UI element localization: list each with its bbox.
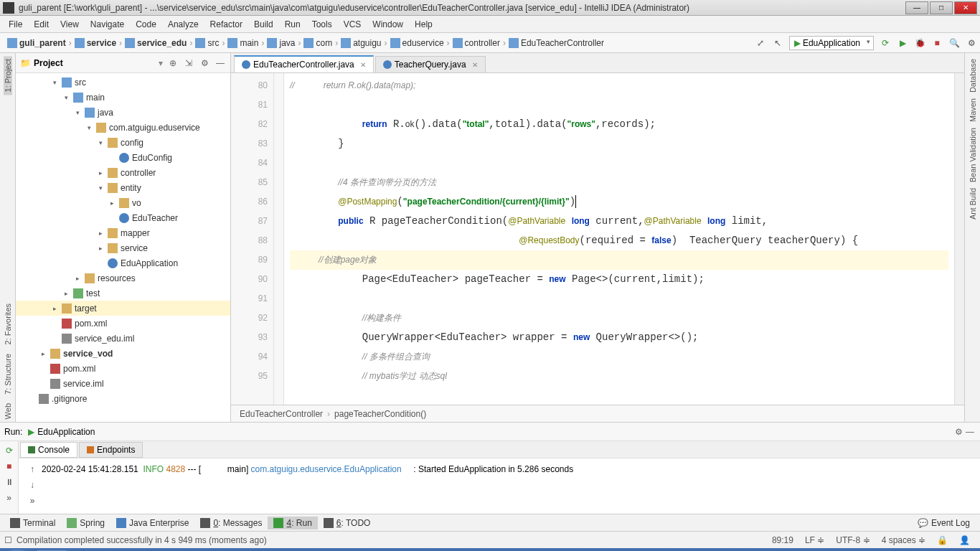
- tool-maven[interactable]: Maven: [969, 95, 977, 125]
- fold-gutter[interactable]: [274, 73, 284, 405]
- project-tree[interactable]: ▾src▾main▾java▾com.atguigu.eduservice▾co…: [16, 73, 230, 422]
- more-button[interactable]: »: [3, 491, 16, 504]
- tab-teacherquery[interactable]: TeacherQuery.java ✕: [375, 56, 486, 72]
- tab-close-icon[interactable]: ✕: [360, 61, 366, 69]
- tree-item[interactable]: ▾java: [16, 105, 230, 120]
- breadcrumb-item[interactable]: com: [299, 37, 336, 50]
- settings-gear-icon[interactable]: ⚙: [199, 57, 210, 69]
- breadcrumb-item[interactable]: eduservice: [386, 37, 448, 50]
- tree-item[interactable]: pom.xml: [16, 316, 230, 331]
- line-number-gutter[interactable]: 80818283848586878889909192939495: [231, 73, 274, 405]
- search-icon[interactable]: 🔍: [948, 37, 960, 49]
- menu-edit[interactable]: Edit: [28, 18, 55, 31]
- breadcrumb-item[interactable]: src: [191, 37, 223, 50]
- scroll-down-icon[interactable]: ↓: [26, 479, 39, 491]
- tree-item[interactable]: ▾config: [16, 135, 230, 150]
- menu-view[interactable]: View: [55, 18, 85, 31]
- crumb-method[interactable]: pageTeacherCondition(): [334, 409, 426, 419]
- maximize-button[interactable]: □: [930, 1, 953, 14]
- scroll-up-icon[interactable]: ↑: [26, 463, 39, 476]
- tree-item[interactable]: ▾main: [16, 90, 230, 105]
- stop-button[interactable]: ■: [931, 37, 943, 49]
- tool-bean-validation[interactable]: Bean Validation: [969, 125, 977, 185]
- editor-scrollbar[interactable]: [954, 73, 964, 405]
- debug-button[interactable]: 🐞: [914, 37, 925, 49]
- menu-vcs[interactable]: VCS: [338, 18, 367, 31]
- breadcrumb-item[interactable]: guli_parent: [3, 37, 70, 50]
- tool-web[interactable]: Web: [4, 400, 12, 422]
- tool-database[interactable]: Database: [969, 56, 977, 95]
- tree-item[interactable]: ▸service: [16, 240, 230, 255]
- tree-item[interactable]: service_edu.iml: [16, 331, 230, 346]
- stop-run-button[interactable]: ■: [3, 460, 16, 473]
- crumb-class[interactable]: EduTeacherController: [240, 409, 323, 419]
- hide-panel-icon[interactable]: —: [215, 57, 226, 69]
- indent-setting[interactable]: 4 spaces ≑: [882, 535, 925, 545]
- nav-expand-icon[interactable]: ⤢: [755, 37, 766, 49]
- tab-close-icon[interactable]: ✕: [472, 61, 478, 69]
- file-encoding[interactable]: UTF-8 ≑: [836, 535, 870, 545]
- tree-item[interactable]: ▸resources: [16, 270, 230, 286]
- bottom-tool-spring[interactable]: Spring: [61, 517, 110, 529]
- minimize-button[interactable]: —: [905, 1, 928, 14]
- inspector-icon[interactable]: 👤: [959, 535, 970, 545]
- bottom-tool-run[interactable]: 4: Run: [268, 517, 317, 529]
- run-config-selector[interactable]: ▶ EduApplication: [789, 36, 874, 50]
- menu-run[interactable]: Run: [279, 18, 306, 31]
- nav-back-icon[interactable]: ↖: [772, 37, 783, 49]
- tool-favorites[interactable]: 2: Favorites: [4, 301, 12, 347]
- settings-icon[interactable]: ⚙: [966, 37, 977, 49]
- bottom-tool-terminal[interactable]: Terminal: [4, 517, 61, 529]
- lock-icon[interactable]: 🔒: [937, 535, 948, 545]
- run-settings-icon[interactable]: ⚙: [953, 426, 964, 438]
- locate-icon[interactable]: ⊕: [167, 57, 179, 69]
- more-console-icon[interactable]: »: [26, 494, 39, 507]
- console-tab[interactable]: Console: [20, 442, 77, 458]
- close-button[interactable]: ✕: [954, 1, 977, 14]
- project-view-dropdown[interactable]: ▾: [159, 58, 163, 68]
- breadcrumb-item[interactable]: EduTeacherController: [504, 37, 608, 50]
- bottom-tool-messages[interactable]: 0: Messages: [194, 517, 268, 529]
- menu-navigate[interactable]: Navigate: [85, 18, 130, 31]
- editor-breadcrumb[interactable]: EduTeacherController › pageTeacherCondit…: [231, 405, 964, 422]
- breadcrumb-item[interactable]: java: [263, 37, 299, 50]
- tree-item[interactable]: ▸target: [16, 301, 230, 316]
- tree-item[interactable]: ▾entity: [16, 180, 230, 195]
- endpoints-tab[interactable]: Endpoints: [79, 442, 143, 458]
- tool-ant-build[interactable]: Ant Build: [969, 185, 977, 222]
- tool-structure[interactable]: 7: Structure: [4, 351, 12, 397]
- run-play-icon[interactable]: ▶: [897, 37, 908, 49]
- menu-file[interactable]: File: [3, 18, 28, 31]
- menu-window[interactable]: Window: [367, 18, 409, 31]
- caret-position[interactable]: 89:19: [772, 535, 793, 545]
- run-hide-icon[interactable]: —: [964, 426, 976, 438]
- tree-item[interactable]: pom.xml: [16, 361, 230, 376]
- tree-item[interactable]: service.iml: [16, 376, 230, 391]
- tool-project[interactable]: 1: Project: [4, 56, 12, 95]
- console-output[interactable]: 2020-02-24 15:41:28.151 INFO 4828 --- [ …: [42, 461, 974, 511]
- status-icon[interactable]: ☐: [4, 535, 12, 545]
- tree-item[interactable]: ▸test: [16, 286, 230, 301]
- breadcrumb-item[interactable]: main: [223, 37, 263, 50]
- tree-item[interactable]: ▸service_vod: [16, 346, 230, 361]
- breadcrumb-item[interactable]: service_edu: [121, 37, 191, 50]
- tree-item[interactable]: ▾src: [16, 75, 230, 90]
- tree-item[interactable]: ▸vo: [16, 195, 230, 210]
- menu-refactor[interactable]: Refactor: [204, 18, 248, 31]
- event-log-button[interactable]: 💬 Event Log: [912, 517, 976, 529]
- bottom-tool-todo[interactable]: 6: TODO: [318, 517, 377, 529]
- breadcrumb-item[interactable]: service: [70, 37, 121, 50]
- bottom-tool-javaenterprise[interactable]: Java Enterprise: [110, 517, 194, 529]
- rerun-button[interactable]: ⟳: [3, 444, 16, 457]
- tree-item[interactable]: EduConfig: [16, 150, 230, 165]
- breadcrumb-item[interactable]: atguigu: [336, 37, 385, 50]
- code-editor[interactable]: // return R.ok().data(map); return R.ok(…: [284, 73, 954, 405]
- menu-build[interactable]: Build: [248, 18, 279, 31]
- tree-item[interactable]: ▸mapper: [16, 225, 230, 240]
- menu-code[interactable]: Code: [130, 18, 162, 31]
- breadcrumb-item[interactable]: controller: [448, 37, 504, 50]
- tree-item[interactable]: ▾com.atguigu.eduservice: [16, 120, 230, 135]
- tree-item[interactable]: EduApplication: [16, 255, 230, 270]
- collapse-icon[interactable]: ⇲: [183, 57, 194, 69]
- menu-tools[interactable]: Tools: [306, 18, 338, 31]
